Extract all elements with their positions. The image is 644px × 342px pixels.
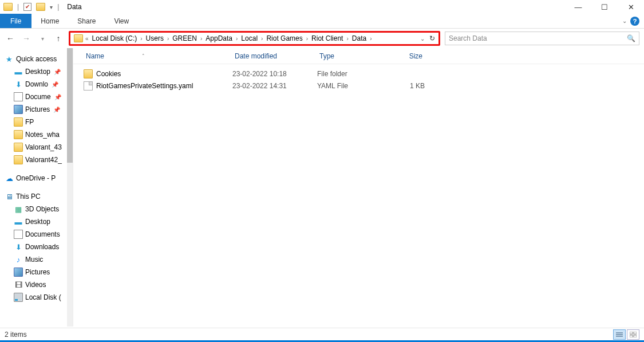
sidebar-item-label: Desktop <box>25 68 50 76</box>
maximize-button[interactable]: ☐ <box>591 0 618 14</box>
thumbnails-view-button[interactable] <box>627 329 639 340</box>
3d-objects-icon: ▦ <box>14 205 23 214</box>
column-date[interactable]: Date modified <box>232 52 317 60</box>
crumb-6[interactable]: Riot Client <box>309 34 345 42</box>
sidebar-item-label: Pictures <box>25 105 50 113</box>
desktop-icon: ▬ <box>14 67 23 76</box>
sidebar-thispc-item[interactable]: ♪Music <box>0 253 73 266</box>
navigation-pane: ★ Quick access ▬Desktop📌⬇Downlo📌Docume📌P… <box>0 48 73 327</box>
pin-icon: 📌 <box>53 107 60 113</box>
sidebar-onedrive-label: OneDrive - P <box>16 174 56 182</box>
sidebar-quick-item[interactable]: Notes_wha <box>0 128 73 141</box>
file-row[interactable]: Cookies23-02-2022 10:18File folder <box>84 68 644 80</box>
sidebar-quick-item[interactable]: Valorant_43 <box>0 141 73 154</box>
column-size[interactable]: Size <box>385 52 425 60</box>
sidebar-item-label: Desktop <box>25 218 50 226</box>
back-button[interactable]: ← <box>5 33 16 44</box>
crumb-3[interactable]: AppData <box>203 34 235 42</box>
sidebar-thispc-item[interactable]: ▬Desktop <box>0 215 73 228</box>
sidebar-quick-item[interactable]: FP <box>0 116 73 128</box>
document-icon <box>14 92 23 101</box>
qat-separator2: | <box>57 3 59 11</box>
menu-view[interactable]: View <box>105 14 138 28</box>
sidebar-item-label: Valorant42_ <box>25 156 62 164</box>
up-button[interactable]: ↑ <box>53 33 64 44</box>
column-type[interactable]: Type <box>317 52 385 60</box>
file-size: 1 KB <box>385 82 425 90</box>
file-tab[interactable]: File <box>0 14 31 28</box>
download-icon: ⬇ <box>14 80 23 89</box>
address-bar-highlighted: « Local Disk (C:)› Users› GREEN› AppData… <box>69 31 440 46</box>
search-input[interactable]: Search Data 🔍 <box>445 32 639 45</box>
sidebar-thispc-label: This PC <box>16 192 41 201</box>
sidebar-thispc-item[interactable]: 🎞Videos <box>0 278 73 291</box>
nav-row: ← → ▾ ↑ « Local Disk (C:)› Users› GREEN›… <box>0 29 644 48</box>
crumb-1[interactable]: Users <box>144 34 166 42</box>
svg-rect-3 <box>630 332 633 334</box>
window-title: Data <box>67 3 81 11</box>
file-icon <box>84 81 93 91</box>
folder-icon <box>14 130 23 139</box>
sidebar-item-label: Downlo <box>25 80 48 88</box>
sidebar-thispc-item[interactable]: Documents <box>0 228 73 241</box>
sidebar-onedrive[interactable]: ☁ OneDrive - P <box>0 172 73 184</box>
status-bar: 2 items <box>0 328 644 340</box>
crumb-0[interactable]: Local Disk (C:) <box>90 34 140 42</box>
menu-share[interactable]: Share <box>68 14 105 28</box>
close-button[interactable]: ✕ <box>618 0 644 14</box>
sidebar-thispc-item[interactable]: Pictures <box>0 266 73 278</box>
sidebar-thispc-item[interactable]: Local Disk ( <box>0 291 73 304</box>
sidebar-quick-item[interactable]: Valorant42_ <box>0 154 73 166</box>
sidebar-scrollbar-thumb[interactable] <box>67 48 73 163</box>
pictures-icon <box>14 105 23 114</box>
sidebar-quick-item[interactable]: Pictures📌 <box>0 103 73 116</box>
new-folder-icon[interactable] <box>36 3 45 11</box>
sidebar-item-label: FP <box>25 118 34 126</box>
file-name: RiotGamesPrivateSettings.yaml <box>96 82 193 90</box>
menu-home[interactable]: Home <box>31 14 68 28</box>
recent-dropdown[interactable]: ▾ <box>37 33 48 44</box>
music-icon: ♪ <box>14 255 23 264</box>
file-type: YAML File <box>317 82 385 90</box>
sidebar-thispc-item[interactable]: ▦3D Objects <box>0 203 73 215</box>
column-name[interactable]: Name ˄ <box>84 52 232 60</box>
addressbar-dropdown[interactable]: ⌄ <box>418 36 427 42</box>
sidebar-item-label: Notes_wha <box>25 131 60 139</box>
ribbon-collapse-icon[interactable]: ⌄ <box>622 18 627 24</box>
column-headers: Name ˄ Date modified Type Size <box>73 48 644 64</box>
sidebar-quick-item[interactable]: ▬Desktop📌 <box>0 65 73 78</box>
details-view-button[interactable] <box>613 329 626 340</box>
pin-icon: 📌 <box>54 69 61 75</box>
document-icon <box>14 230 23 239</box>
sidebar-quick-item[interactable]: Docume📌 <box>0 91 73 103</box>
sidebar-this-pc[interactable]: 🖥 This PC <box>0 190 73 203</box>
minimize-button[interactable]: — <box>565 0 591 14</box>
pictures-icon <box>14 268 23 277</box>
qat-dropdown-icon[interactable]: ▾ <box>50 4 53 10</box>
addressbar-folder-icon[interactable] <box>74 34 83 42</box>
sidebar-item-label: Downloads <box>25 243 59 251</box>
search-placeholder: Search Data <box>449 34 487 42</box>
folder-icon <box>14 143 23 152</box>
sidebar-thispc-item[interactable]: ⬇Downloads <box>0 241 73 253</box>
folder-icon <box>3 3 13 11</box>
sidebar-quick-access[interactable]: ★ Quick access <box>0 53 73 65</box>
address-bar[interactable]: « Local Disk (C:)› Users› GREEN› AppData… <box>85 34 418 42</box>
crumb-2[interactable]: GREEN <box>170 34 199 42</box>
refresh-button[interactable]: ↻ <box>427 34 437 42</box>
pin-icon: 📌 <box>54 94 61 100</box>
file-row[interactable]: RiotGamesPrivateSettings.yaml23-02-2022 … <box>84 80 644 92</box>
crumb-7[interactable]: Data <box>350 34 369 42</box>
forward-button[interactable]: → <box>21 33 32 44</box>
sort-indicator-icon: ˄ <box>142 53 145 59</box>
properties-check-icon[interactable]: ✔ <box>23 3 31 11</box>
videos-icon: 🎞 <box>14 280 23 289</box>
crumb-4[interactable]: Local <box>239 34 260 42</box>
sidebar-quick-label: Quick access <box>16 55 57 63</box>
main-area: ★ Quick access ▬Desktop📌⬇Downlo📌Docume📌P… <box>0 48 644 327</box>
sidebar-quick-item[interactable]: ⬇Downlo📌 <box>0 78 73 91</box>
crumb-5[interactable]: Riot Games <box>264 34 305 42</box>
search-icon[interactable]: 🔍 <box>627 34 635 42</box>
star-icon: ★ <box>5 54 14 64</box>
help-icon[interactable]: ? <box>630 17 639 26</box>
